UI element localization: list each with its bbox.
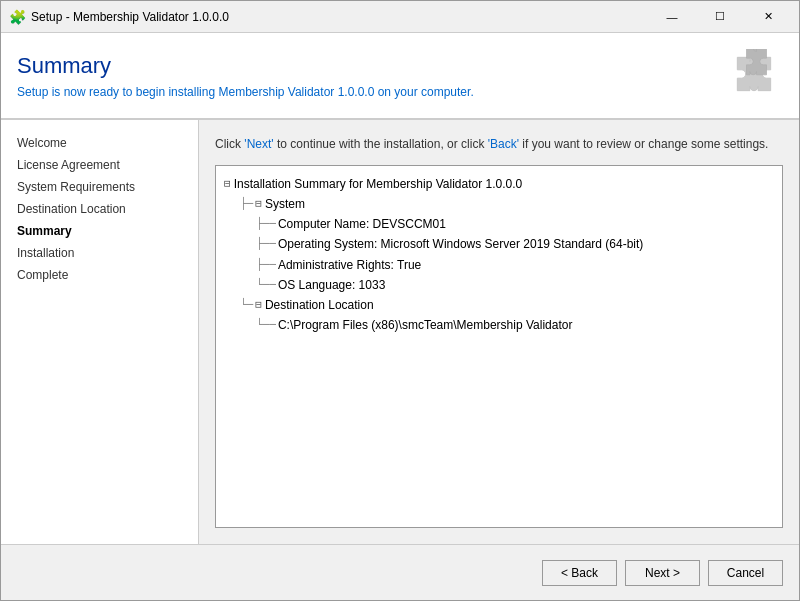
header-subtitle: Setup is now ready to begin installing M…: [17, 85, 474, 99]
close-button[interactable]: ✕: [745, 2, 791, 32]
os-label: Operating System: Microsoft Windows Serv…: [278, 235, 643, 254]
path-connector: └──: [256, 316, 276, 334]
system-expand-icon: ⊟: [255, 195, 262, 213]
admin-connector: ├──: [256, 256, 276, 274]
dest-label: Destination Location: [265, 296, 374, 315]
sidebar-item-license: License Agreement: [1, 154, 198, 176]
system-group: ├─ ⊟ System ├── Computer Name: DEVSCCM01…: [240, 195, 774, 335]
tree-item-destpath: └── C:\Program Files (x86)\smcTeam\Membe…: [256, 316, 774, 335]
system-label: System: [265, 195, 305, 214]
page-title: Summary: [17, 53, 474, 79]
title-bar: 🧩 Setup - Membership Validator 1.0.0.0 —…: [1, 1, 799, 33]
tree-item-os: ├── Operating System: Microsoft Windows …: [256, 235, 774, 254]
sidebar: Welcome License Agreement System Require…: [1, 120, 199, 544]
next-hint: 'Next': [244, 137, 273, 151]
sidebar-item-summary: Summary: [1, 220, 198, 242]
app-icon: 🧩: [9, 9, 25, 25]
dest-expand-icon: ⊟: [255, 296, 262, 314]
main-panel: Click 'Next' to continue with the instal…: [199, 120, 799, 544]
footer: < Back Next > Cancel: [1, 544, 799, 600]
dest-items: └── C:\Program Files (x86)\smcTeam\Membe…: [256, 316, 774, 335]
root-label: Installation Summary for Membership Vali…: [234, 175, 523, 194]
sidebar-item-destination: Destination Location: [1, 198, 198, 220]
tree-item-computername: ├── Computer Name: DEVSCCM01: [256, 215, 774, 234]
sidebar-item-complete: Complete: [1, 264, 198, 286]
window-controls: — ☐ ✕: [649, 2, 791, 32]
tree-item-admin: ├── Administrative Rights: True: [256, 256, 774, 275]
summary-tree: ⊟ Installation Summary for Membership Va…: [215, 165, 783, 528]
back-button[interactable]: < Back: [542, 560, 617, 586]
cn-connector: ├──: [256, 215, 276, 233]
subtitle-static: Setup is now ready to begin installing: [17, 85, 218, 99]
subtitle-end: on your computer.: [374, 85, 473, 99]
tree-root: ⊟ Installation Summary for Membership Va…: [224, 175, 774, 194]
instruction-text: Click 'Next' to continue with the instal…: [215, 136, 783, 153]
window-title: Setup - Membership Validator 1.0.0.0: [31, 10, 649, 24]
lang-label: OS Language: 1033: [278, 276, 385, 295]
os-connector: ├──: [256, 235, 276, 253]
system-node: ├─ ⊟ System: [240, 195, 774, 214]
cancel-button[interactable]: Cancel: [708, 560, 783, 586]
computer-name-label: Computer Name: DEVSCCM01: [278, 215, 446, 234]
back-hint: 'Back': [488, 137, 519, 151]
subtitle-app: Membership Validator 1.0.0.0: [218, 85, 374, 99]
system-connector: ├─: [240, 195, 253, 213]
dest-path-label: C:\Program Files (x86)\smcTeam\Membershi…: [278, 316, 573, 335]
main-window: 🧩 Setup - Membership Validator 1.0.0.0 —…: [0, 0, 800, 601]
content-area: Welcome License Agreement System Require…: [1, 120, 799, 544]
maximize-button[interactable]: ☐: [697, 2, 743, 32]
system-items: ├── Computer Name: DEVSCCM01 ├── Operati…: [256, 215, 774, 295]
admin-label: Administrative Rights: True: [278, 256, 421, 275]
root-expand-icon: ⊟: [224, 175, 231, 193]
dest-node: └─ ⊟ Destination Location: [240, 296, 774, 315]
header: Summary Setup is now ready to begin inst…: [1, 33, 799, 120]
minimize-button[interactable]: —: [649, 2, 695, 32]
next-button[interactable]: Next >: [625, 560, 700, 586]
tree-item-lang: └── OS Language: 1033: [256, 276, 774, 295]
sidebar-item-requirements: System Requirements: [1, 176, 198, 198]
lang-connector: └──: [256, 276, 276, 294]
dest-connector: └─: [240, 296, 253, 314]
sidebar-item-installation: Installation: [1, 242, 198, 264]
sidebar-item-welcome: Welcome: [1, 132, 198, 154]
puzzle-icon: [729, 49, 779, 102]
